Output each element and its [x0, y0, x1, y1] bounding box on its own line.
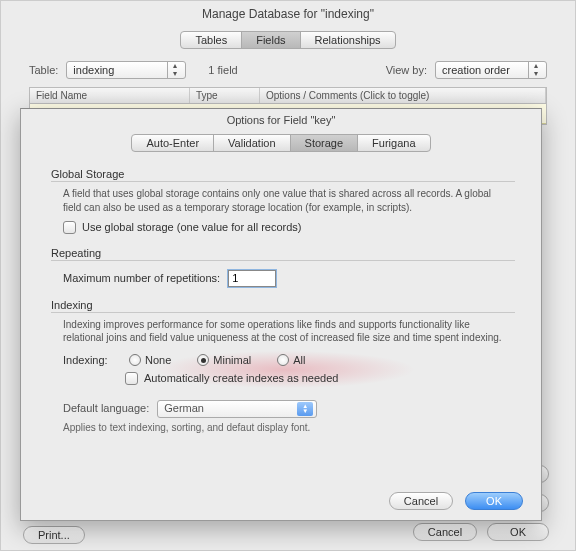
viewby-select[interactable]: creation order ▴▾ — [435, 61, 547, 79]
th-field-name[interactable]: Field Name — [30, 88, 190, 103]
dialog-title: Options for Field "key" — [21, 109, 541, 131]
main-tab-bar: Tables Fields Relationships — [1, 27, 575, 57]
window-title: Manage Database for "indexing" — [1, 1, 575, 27]
auto-index-checkbox[interactable] — [125, 372, 138, 385]
bg-cancel-button[interactable]: Cancel — [413, 523, 477, 541]
repetitions-input[interactable] — [228, 270, 276, 287]
indexing-radio-none[interactable] — [129, 354, 141, 366]
indexing-heading: Indexing — [51, 299, 515, 313]
th-type[interactable]: Type — [190, 88, 260, 103]
indexing-radio-minimal[interactable] — [197, 354, 209, 366]
chevron-updown-icon: ▲▼ — [297, 402, 313, 416]
default-language-value: German — [164, 401, 204, 416]
tab-storage[interactable]: Storage — [291, 135, 359, 151]
print-button[interactable]: Print... — [23, 526, 85, 544]
table-label: Table: — [29, 64, 58, 76]
repeating-heading: Repeating — [51, 247, 515, 261]
field-count: 1 field — [208, 64, 237, 76]
indexing-desc: Indexing improves performance for some o… — [63, 318, 511, 345]
tab-relationships[interactable]: Relationships — [301, 32, 395, 48]
tab-furigana[interactable]: Furigana — [358, 135, 429, 151]
chevron-updown-icon: ▴▾ — [167, 62, 181, 78]
indexing-minimal-label: Minimal — [213, 353, 251, 368]
bg-ok-button[interactable]: OK — [487, 523, 549, 541]
tab-fields[interactable]: Fields — [242, 32, 300, 48]
viewby-value: creation order — [442, 64, 510, 76]
chevron-updown-icon: ▴▾ — [528, 62, 542, 78]
th-options[interactable]: Options / Comments (Click to toggle) — [260, 88, 546, 103]
dialog-tab-bar: Auto-Enter Validation Storage Furigana — [21, 131, 541, 162]
dialog-cancel-button[interactable]: Cancel — [389, 492, 453, 510]
indexing-all-label: All — [293, 353, 305, 368]
global-storage-check-label: Use global storage (one value for all re… — [82, 220, 302, 235]
language-note: Applies to text indexing, sorting, and d… — [63, 421, 511, 435]
dialog-ok-button[interactable]: OK — [465, 492, 523, 510]
tab-tables[interactable]: Tables — [181, 32, 242, 48]
global-storage-checkbox[interactable] — [63, 221, 76, 234]
table-select-value: indexing — [73, 64, 114, 76]
table-select[interactable]: indexing ▴▾ — [66, 61, 186, 79]
auto-index-label: Automatically create indexes as needed — [144, 371, 338, 386]
global-storage-desc: A field that uses global storage contain… — [63, 187, 511, 214]
repetitions-label: Maximum number of repetitions: — [63, 271, 220, 286]
indexing-radio-all[interactable] — [277, 354, 289, 366]
default-language-label: Default language: — [63, 401, 149, 416]
field-options-dialog: Options for Field "key" Auto-Enter Valid… — [20, 108, 542, 521]
default-language-select[interactable]: German ▲▼ — [157, 400, 317, 418]
tab-validation[interactable]: Validation — [214, 135, 291, 151]
indexing-label: Indexing: — [63, 353, 125, 368]
global-storage-heading: Global Storage — [51, 168, 515, 182]
viewby-label: View by: — [386, 64, 427, 76]
indexing-none-label: None — [145, 353, 171, 368]
tab-auto-enter[interactable]: Auto-Enter — [132, 135, 214, 151]
